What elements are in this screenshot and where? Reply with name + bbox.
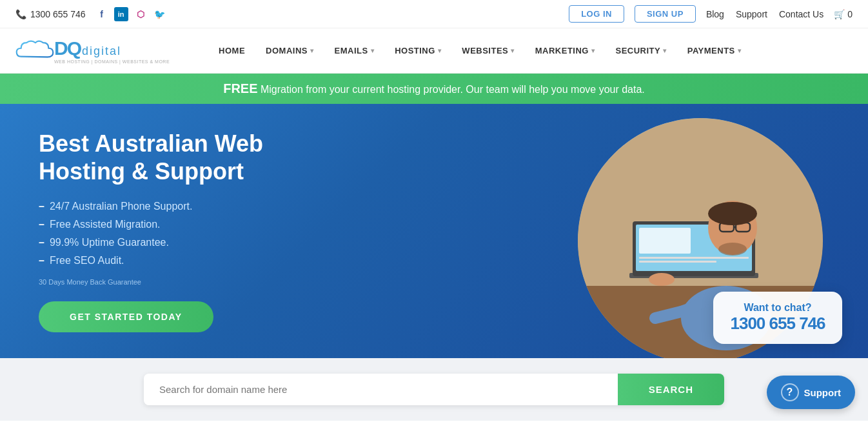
social-icons: f in ⬡ 🐦 bbox=[95, 7, 167, 21]
logo[interactable]: DQ digital WEB HOSTING | DOMAINS | WEBSI… bbox=[15, 37, 170, 65]
hero-title: Best Australian Web Hosting & Support bbox=[39, 130, 482, 185]
logo-cloud-icon bbox=[15, 37, 54, 65]
banner-message: Migration from your current hosting prov… bbox=[261, 84, 645, 95]
logo-text: DQ digital WEB HOSTING | DOMAINS | WEBSI… bbox=[54, 37, 170, 64]
search-section: SEARCH bbox=[0, 358, 868, 421]
list-item: Free SEO Audit. bbox=[39, 255, 482, 266]
chat-phone: 1300 655 746 bbox=[729, 314, 827, 334]
support-question-icon: ? bbox=[781, 383, 799, 401]
phone-number: 📞 1300 655 746 bbox=[15, 9, 86, 19]
nav-domains[interactable]: DOMAINS▾ bbox=[255, 28, 324, 74]
top-bar-left: 📞 1300 655 746 f in ⬡ 🐦 bbox=[15, 7, 167, 21]
top-bar-right: LOG IN SIGN UP Blog Support Contact Us 🛒… bbox=[569, 5, 853, 23]
nav-emails[interactable]: EMAILS▾ bbox=[324, 28, 385, 74]
svg-point-15 bbox=[649, 273, 675, 286]
websites-chevron-icon: ▾ bbox=[511, 47, 515, 54]
chat-title: Want to chat? bbox=[729, 302, 827, 314]
nav-hosting[interactable]: HOSTING▾ bbox=[384, 28, 451, 74]
nav-payments[interactable]: PAYMENTS▾ bbox=[677, 28, 752, 74]
emails-chevron-icon: ▾ bbox=[371, 47, 375, 54]
svg-rect-5 bbox=[639, 228, 691, 254]
domains-chevron-icon: ▾ bbox=[310, 47, 314, 54]
logo-dq: DQ bbox=[54, 37, 81, 59]
main-nav: HOME DOMAINS▾ EMAILS▾ HOSTING▾ WEBSITES▾… bbox=[208, 28, 751, 74]
cart-icon[interactable]: 🛒 0 bbox=[834, 9, 853, 19]
svg-rect-7 bbox=[639, 261, 716, 263]
svg-point-14 bbox=[718, 243, 747, 256]
phone-icon: 📞 bbox=[15, 9, 26, 19]
svg-rect-6 bbox=[639, 257, 749, 259]
nav-home[interactable]: HOME bbox=[208, 28, 255, 74]
signup-button[interactable]: SIGN UP bbox=[635, 5, 696, 23]
nav-security[interactable]: SECURITY▾ bbox=[605, 28, 676, 74]
top-bar-links: Blog Support Contact Us bbox=[706, 9, 824, 19]
guarantee-text: 30 Days Money Back Guarantee bbox=[39, 278, 482, 286]
logo-digital: digital bbox=[82, 45, 121, 58]
nav-bar: DQ digital WEB HOSTING | DOMAINS | WEBSI… bbox=[0, 28, 868, 74]
list-item: 99.9% Uptime Guarantee. bbox=[39, 237, 482, 248]
nav-marketing[interactable]: MARKETING▾ bbox=[525, 28, 606, 74]
contact-link[interactable]: Contact Us bbox=[779, 9, 824, 19]
hero-content: Best Australian Web Hosting & Support 24… bbox=[0, 104, 521, 358]
payments-chevron-icon: ▾ bbox=[738, 47, 742, 54]
top-bar: 📞 1300 655 746 f in ⬡ 🐦 LOG IN SIGN UP B… bbox=[0, 0, 868, 28]
cart-icon-symbol: 🛒 bbox=[834, 9, 845, 19]
login-button[interactable]: LOG IN bbox=[569, 5, 624, 23]
linkedin-icon[interactable]: in bbox=[114, 7, 128, 21]
twitter-icon[interactable]: 🐦 bbox=[153, 7, 167, 21]
blog-link[interactable]: Blog bbox=[706, 9, 724, 19]
list-item: 24/7 Australian Phone Support. bbox=[39, 201, 482, 212]
search-button[interactable]: SEARCH bbox=[618, 374, 724, 405]
hero-features-list: 24/7 Australian Phone Support. Free Assi… bbox=[39, 201, 482, 266]
free-migration-banner: FREE Migration from your current hosting… bbox=[0, 74, 868, 104]
marketing-chevron-icon: ▾ bbox=[591, 47, 595, 54]
free-word: FREE bbox=[223, 81, 257, 95]
chat-bubble: Want to chat? 1300 655 746 bbox=[713, 292, 842, 344]
svg-point-13 bbox=[708, 202, 757, 225]
domain-search-input[interactable] bbox=[144, 374, 618, 405]
hero-section: Best Australian Web Hosting & Support 24… bbox=[0, 104, 868, 358]
domain-search-wrap: SEARCH bbox=[144, 374, 724, 405]
security-chevron-icon: ▾ bbox=[663, 47, 667, 54]
support-bubble[interactable]: ? Support bbox=[767, 376, 856, 409]
nav-websites[interactable]: WEBSITES▾ bbox=[451, 28, 524, 74]
facebook-icon[interactable]: f bbox=[95, 7, 109, 21]
support-link[interactable]: Support bbox=[736, 9, 767, 19]
instagram-icon[interactable]: ⬡ bbox=[133, 7, 148, 21]
logo-sub: WEB HOSTING | DOMAINS | WEBSITES & MORE bbox=[54, 59, 170, 64]
list-item: Free Assisted Migration. bbox=[39, 219, 482, 230]
get-started-button[interactable]: GET STARTED TODAY bbox=[39, 301, 213, 332]
hosting-chevron-icon: ▾ bbox=[438, 47, 442, 54]
